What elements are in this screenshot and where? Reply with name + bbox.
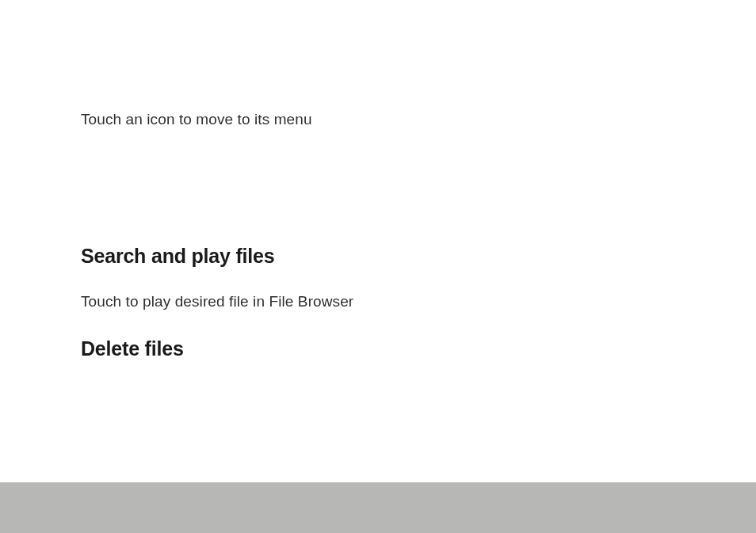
document-content: Touch an icon to move to its menu Search… xyxy=(0,0,756,360)
intro-instruction: Touch an icon to move to its menu xyxy=(81,111,756,128)
heading-search-and-play: Search and play files xyxy=(81,245,756,268)
footer-band xyxy=(0,482,756,533)
body-search-and-play: Touch to play desired file in File Brows… xyxy=(81,293,756,310)
heading-delete-files: Delete files xyxy=(81,337,756,360)
